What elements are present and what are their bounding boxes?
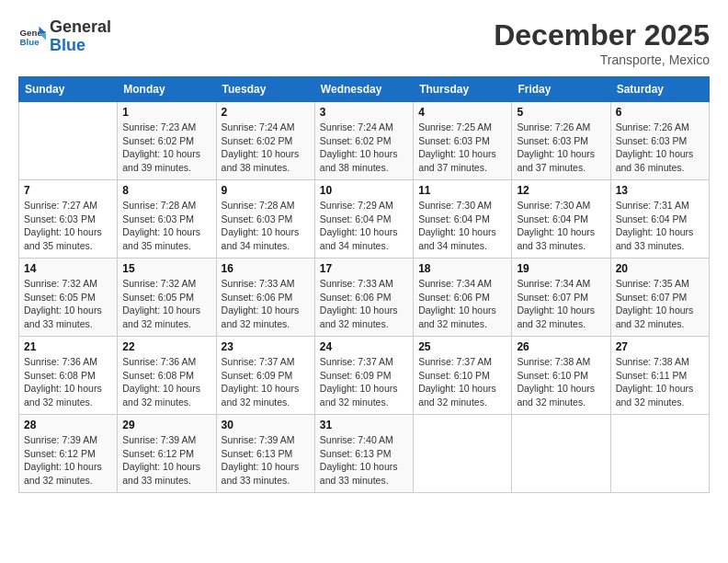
day-number: 5: [517, 106, 605, 119]
header-day-thursday: Thursday: [414, 77, 512, 102]
logo-icon: General Blue: [18, 23, 46, 51]
day-info: Sunrise: 7:36 AM Sunset: 6:08 PM Dayligh…: [24, 355, 112, 409]
day-info: Sunrise: 7:38 AM Sunset: 6:10 PM Dayligh…: [517, 355, 605, 409]
calendar-week-2: 7Sunrise: 7:27 AM Sunset: 6:03 PM Daylig…: [19, 180, 710, 259]
day-number: 1: [122, 106, 210, 119]
logo: General Blue General Blue: [18, 18, 111, 55]
day-cell-27: 27Sunrise: 7:38 AM Sunset: 6:11 PM Dayli…: [610, 337, 709, 415]
location-subtitle: Transporte, Mexico: [494, 52, 710, 67]
day-number: 4: [418, 106, 506, 119]
day-number: 15: [122, 262, 210, 275]
day-info: Sunrise: 7:38 AM Sunset: 6:11 PM Dayligh…: [616, 355, 704, 409]
day-number: 10: [320, 184, 408, 197]
day-number: 21: [24, 340, 112, 353]
day-cell-1: 1Sunrise: 7:23 AM Sunset: 6:02 PM Daylig…: [118, 102, 216, 180]
day-number: 16: [222, 262, 310, 275]
day-cell-3: 3Sunrise: 7:24 AM Sunset: 6:02 PM Daylig…: [314, 102, 413, 180]
day-cell-19: 19Sunrise: 7:34 AM Sunset: 6:07 PM Dayli…: [512, 259, 610, 337]
day-cell-18: 18Sunrise: 7:34 AM Sunset: 6:06 PM Dayli…: [414, 259, 512, 337]
header-day-sunday: Sunday: [19, 77, 118, 102]
day-info: Sunrise: 7:26 AM Sunset: 6:03 PM Dayligh…: [616, 121, 704, 175]
day-info: Sunrise: 7:28 AM Sunset: 6:03 PM Dayligh…: [222, 199, 310, 253]
day-cell-4: 4Sunrise: 7:25 AM Sunset: 6:03 PM Daylig…: [414, 102, 512, 180]
day-number: 29: [122, 419, 210, 431]
header-day-tuesday: Tuesday: [216, 77, 314, 102]
day-info: Sunrise: 7:34 AM Sunset: 6:07 PM Dayligh…: [517, 277, 605, 331]
day-number: 9: [222, 184, 310, 197]
day-cell-14: 14Sunrise: 7:32 AM Sunset: 6:05 PM Dayli…: [19, 259, 118, 337]
day-number: 25: [418, 340, 506, 353]
day-cell-25: 25Sunrise: 7:37 AM Sunset: 6:10 PM Dayli…: [414, 337, 512, 415]
month-title: December 2025: [494, 18, 710, 52]
day-cell-29: 29Sunrise: 7:39 AM Sunset: 6:12 PM Dayli…: [118, 415, 216, 493]
day-number: 30: [222, 419, 310, 431]
header-row: SundayMondayTuesdayWednesdayThursdayFrid…: [19, 77, 710, 102]
day-cell-15: 15Sunrise: 7:32 AM Sunset: 6:05 PM Dayli…: [118, 259, 216, 337]
day-cell-23: 23Sunrise: 7:37 AM Sunset: 6:09 PM Dayli…: [216, 337, 314, 415]
day-cell-31: 31Sunrise: 7:40 AM Sunset: 6:13 PM Dayli…: [314, 415, 413, 493]
day-number: 20: [616, 262, 704, 275]
empty-cell: [414, 415, 512, 493]
day-number: 19: [517, 262, 605, 275]
day-number: 31: [320, 419, 408, 431]
day-number: 23: [222, 340, 310, 353]
calendar-table: SundayMondayTuesdayWednesdayThursdayFrid…: [18, 76, 710, 493]
day-info: Sunrise: 7:32 AM Sunset: 6:05 PM Dayligh…: [24, 277, 112, 331]
day-info: Sunrise: 7:28 AM Sunset: 6:03 PM Dayligh…: [122, 199, 210, 253]
header-day-wednesday: Wednesday: [314, 77, 413, 102]
day-number: 24: [320, 340, 408, 353]
day-info: Sunrise: 7:26 AM Sunset: 6:03 PM Dayligh…: [517, 121, 605, 175]
header-day-saturday: Saturday: [610, 77, 709, 102]
day-info: Sunrise: 7:39 AM Sunset: 6:12 PM Dayligh…: [24, 433, 112, 488]
day-info: Sunrise: 7:36 AM Sunset: 6:08 PM Dayligh…: [122, 355, 210, 409]
day-cell-16: 16Sunrise: 7:33 AM Sunset: 6:06 PM Dayli…: [216, 259, 314, 337]
day-info: Sunrise: 7:29 AM Sunset: 6:04 PM Dayligh…: [320, 199, 408, 253]
day-number: 2: [222, 106, 310, 119]
calendar-week-4: 21Sunrise: 7:36 AM Sunset: 6:08 PM Dayli…: [19, 337, 710, 415]
logo-general: General: [50, 17, 111, 36]
day-info: Sunrise: 7:40 AM Sunset: 6:13 PM Dayligh…: [320, 433, 408, 488]
day-cell-30: 30Sunrise: 7:39 AM Sunset: 6:13 PM Dayli…: [216, 415, 314, 493]
day-number: 7: [24, 184, 112, 197]
day-cell-2: 2Sunrise: 7:24 AM Sunset: 6:02 PM Daylig…: [216, 102, 314, 180]
day-number: 22: [122, 340, 210, 353]
day-info: Sunrise: 7:23 AM Sunset: 6:02 PM Dayligh…: [122, 121, 210, 175]
day-info: Sunrise: 7:34 AM Sunset: 6:06 PM Dayligh…: [418, 277, 506, 331]
day-cell-17: 17Sunrise: 7:33 AM Sunset: 6:06 PM Dayli…: [314, 259, 413, 337]
day-number: 12: [517, 184, 605, 197]
calendar-week-1: 1Sunrise: 7:23 AM Sunset: 6:02 PM Daylig…: [19, 102, 710, 180]
day-info: Sunrise: 7:31 AM Sunset: 6:04 PM Dayligh…: [616, 199, 704, 253]
day-number: 11: [418, 184, 506, 197]
day-info: Sunrise: 7:30 AM Sunset: 6:04 PM Dayligh…: [418, 199, 506, 253]
day-number: 6: [616, 106, 704, 119]
calendar-week-5: 28Sunrise: 7:39 AM Sunset: 6:12 PM Dayli…: [19, 415, 710, 493]
svg-text:Blue: Blue: [20, 37, 40, 47]
day-cell-6: 6Sunrise: 7:26 AM Sunset: 6:03 PM Daylig…: [610, 102, 709, 180]
day-cell-9: 9Sunrise: 7:28 AM Sunset: 6:03 PM Daylig…: [216, 180, 314, 259]
day-number: 27: [616, 340, 704, 353]
day-cell-8: 8Sunrise: 7:28 AM Sunset: 6:03 PM Daylig…: [118, 180, 216, 259]
day-number: 13: [616, 184, 704, 197]
calendar-body: 1Sunrise: 7:23 AM Sunset: 6:02 PM Daylig…: [19, 102, 710, 493]
day-info: Sunrise: 7:33 AM Sunset: 6:06 PM Dayligh…: [222, 277, 310, 331]
day-cell-10: 10Sunrise: 7:29 AM Sunset: 6:04 PM Dayli…: [314, 180, 413, 259]
title-block: December 2025 Transporte, Mexico: [494, 18, 710, 67]
day-info: Sunrise: 7:32 AM Sunset: 6:05 PM Dayligh…: [122, 277, 210, 331]
day-number: 17: [320, 262, 408, 275]
day-cell-5: 5Sunrise: 7:26 AM Sunset: 6:03 PM Daylig…: [512, 102, 610, 180]
day-info: Sunrise: 7:24 AM Sunset: 6:02 PM Dayligh…: [222, 121, 310, 175]
day-cell-21: 21Sunrise: 7:36 AM Sunset: 6:08 PM Dayli…: [19, 337, 118, 415]
day-number: 18: [418, 262, 506, 275]
empty-cell: [512, 415, 610, 493]
empty-cell: [610, 415, 709, 493]
day-cell-28: 28Sunrise: 7:39 AM Sunset: 6:12 PM Dayli…: [19, 415, 118, 493]
day-cell-11: 11Sunrise: 7:30 AM Sunset: 6:04 PM Dayli…: [414, 180, 512, 259]
day-cell-7: 7Sunrise: 7:27 AM Sunset: 6:03 PM Daylig…: [19, 180, 118, 259]
day-info: Sunrise: 7:35 AM Sunset: 6:07 PM Dayligh…: [616, 277, 704, 331]
logo-text: General Blue: [50, 18, 111, 55]
day-number: 3: [320, 106, 408, 119]
day-number: 8: [122, 184, 210, 197]
header-day-monday: Monday: [118, 77, 216, 102]
day-number: 14: [24, 262, 112, 275]
day-cell-20: 20Sunrise: 7:35 AM Sunset: 6:07 PM Dayli…: [610, 259, 709, 337]
